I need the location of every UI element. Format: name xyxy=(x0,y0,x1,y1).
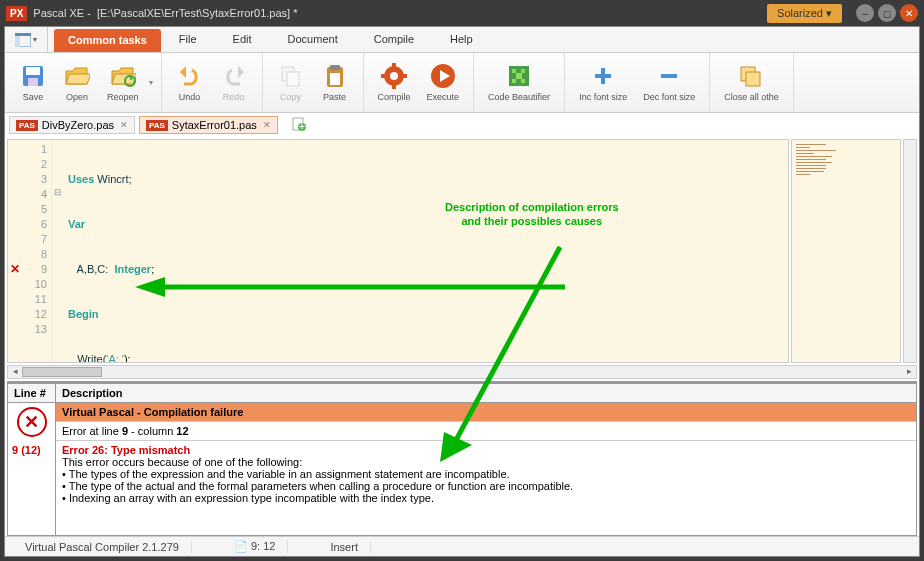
gear-icon xyxy=(381,63,407,89)
error-col-line: Line # xyxy=(8,384,56,402)
menu-file[interactable]: File xyxy=(161,27,215,52)
close-button[interactable]: ✕ xyxy=(900,4,918,22)
undo-icon xyxy=(178,66,202,86)
error-gutter-icon: ✕ xyxy=(10,262,20,276)
error-header: Virtual Pascal - Compilation failure xyxy=(56,403,916,422)
theme-selector[interactable]: Solarized ▾ xyxy=(767,4,842,23)
error-line-ref[interactable]: 9 (12) xyxy=(8,441,55,459)
svg-rect-17 xyxy=(401,74,407,78)
status-compiler: Virtual Pascal Compiler 2.1.279 xyxy=(13,541,192,553)
svg-rect-1 xyxy=(15,33,31,36)
play-icon xyxy=(430,63,456,89)
minimap[interactable] xyxy=(791,139,901,363)
folder-open-icon xyxy=(64,65,90,87)
folder-reopen-icon xyxy=(110,65,136,87)
svg-rect-2 xyxy=(15,36,20,47)
app-badge: PX xyxy=(6,6,27,21)
svg-rect-23 xyxy=(512,79,516,83)
dec-font-button[interactable]: Dec font size xyxy=(635,60,703,105)
close-all-button[interactable]: Close all othe xyxy=(716,60,787,105)
svg-rect-14 xyxy=(392,63,396,69)
svg-rect-4 xyxy=(26,67,40,75)
status-bar: Virtual Pascal Compiler 2.1.279 📄 9: 12 … xyxy=(5,536,919,556)
svg-rect-24 xyxy=(521,79,525,83)
code-beautifier-button[interactable]: Code Beautifier xyxy=(480,60,558,105)
svg-rect-29 xyxy=(746,72,760,86)
plus-icon xyxy=(592,65,614,87)
error-panel: Line # Description ✕ 9 (12) Virtual Pasc… xyxy=(7,381,917,536)
execute-button[interactable]: Execute xyxy=(419,60,468,105)
file-tab-divbyzero[interactable]: PASDivByZero.pas✕ xyxy=(9,116,135,134)
menu-document[interactable]: Document xyxy=(270,27,356,52)
status-mode: Insert xyxy=(318,541,371,553)
maximize-button[interactable]: ◻ xyxy=(878,4,896,22)
error-col-desc: Description xyxy=(56,384,916,402)
menu-compile[interactable]: Compile xyxy=(356,27,432,52)
close-tab-icon[interactable]: ✕ xyxy=(263,120,271,130)
horizontal-scrollbar[interactable]: ◂▸ xyxy=(7,365,917,379)
paste-button[interactable]: Paste xyxy=(313,60,357,105)
svg-rect-22 xyxy=(516,73,522,79)
error-detail: Error 26: Type mismatch This error occur… xyxy=(56,441,916,507)
minus-icon xyxy=(658,65,680,87)
svg-rect-15 xyxy=(392,83,396,89)
fold-gutter: ⊟ xyxy=(52,140,64,362)
file-tabs: PASDivByZero.pas✕ PASSytaxError01.pas✕ + xyxy=(5,113,919,137)
minimize-button[interactable]: – xyxy=(856,4,874,22)
inc-font-button[interactable]: Inc font size xyxy=(571,60,635,105)
tab-common-tasks[interactable]: Common tasks xyxy=(54,29,161,52)
app-frame: ▾ Common tasks File Edit Document Compil… xyxy=(4,26,920,557)
redo-icon xyxy=(222,66,246,86)
layout-icon xyxy=(15,33,31,47)
annotation-text: Description of compilation errorsand the… xyxy=(445,200,619,229)
code-editor[interactable]: ✕ 12345678910111213 ⊟ Uses Wincrt; Var A… xyxy=(7,139,789,363)
close-tab-icon[interactable]: ✕ xyxy=(120,120,128,130)
line-gutter: 12345678910111213 xyxy=(8,140,52,362)
svg-rect-21 xyxy=(521,69,525,73)
svg-rect-16 xyxy=(381,74,387,78)
reopen-button[interactable]: Reopen xyxy=(99,60,147,105)
menu-help[interactable]: Help xyxy=(432,27,491,52)
svg-rect-5 xyxy=(28,78,38,86)
svg-rect-8 xyxy=(287,72,299,86)
copy-icon xyxy=(280,65,302,87)
svg-rect-27 xyxy=(661,74,677,78)
close-all-icon xyxy=(739,65,763,87)
menu-bar: ▾ Common tasks File Edit Document Compil… xyxy=(5,27,919,53)
code-body[interactable]: Uses Wincrt; Var A,B,C: Integer; Begin W… xyxy=(64,140,788,362)
status-position: 📄 9: 12 xyxy=(222,540,289,553)
redo-button[interactable]: Redo xyxy=(212,60,256,105)
save-button[interactable]: Save xyxy=(11,60,55,105)
copy-button[interactable]: Copy xyxy=(269,60,313,105)
svg-text:+: + xyxy=(299,120,305,131)
document-path: [E:\PascalXE\ErrTest\SytaxError01.pas] * xyxy=(97,7,767,19)
svg-rect-11 xyxy=(330,73,340,85)
app-title: Pascal XE xyxy=(33,7,84,19)
compile-button[interactable]: Compile xyxy=(370,60,419,105)
editor-area: ✕ 12345678910111213 ⊟ Uses Wincrt; Var A… xyxy=(5,137,919,365)
vertical-scrollbar[interactable] xyxy=(903,139,917,363)
menu-edit[interactable]: Edit xyxy=(215,27,270,52)
title-bar: PX Pascal XE - [E:\PascalXE\ErrTest\Syta… xyxy=(0,0,924,26)
svg-rect-26 xyxy=(595,74,611,78)
svg-rect-20 xyxy=(512,69,516,73)
error-icon: ✕ xyxy=(17,407,47,437)
open-button[interactable]: Open xyxy=(55,60,99,105)
panel-toggle[interactable]: ▾ xyxy=(5,27,48,52)
beautifier-icon xyxy=(507,64,531,88)
toolbar: Save Open Reopen ▾ Undo Redo Copy Paste … xyxy=(5,53,919,113)
new-tab-icon[interactable]: + xyxy=(292,117,306,133)
paste-icon xyxy=(324,64,346,88)
error-location: Error at line 9 - column 12 xyxy=(56,422,916,441)
svg-rect-10 xyxy=(330,65,340,70)
floppy-icon xyxy=(21,64,45,88)
undo-button[interactable]: Undo xyxy=(168,60,212,105)
svg-point-13 xyxy=(390,72,398,80)
file-tab-syntaxerror[interactable]: PASSytaxError01.pas✕ xyxy=(139,116,278,134)
